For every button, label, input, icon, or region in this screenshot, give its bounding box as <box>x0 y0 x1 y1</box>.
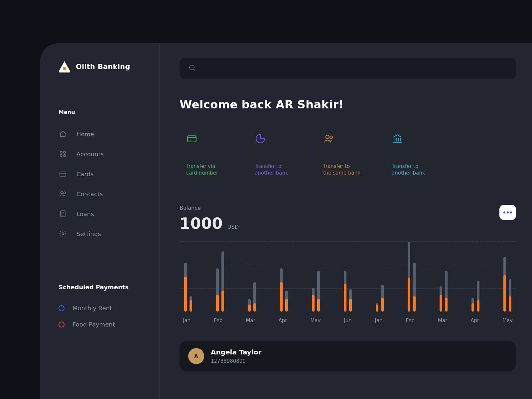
sidebar-item-label: Loans <box>76 210 94 217</box>
card-icon <box>59 170 67 178</box>
svg-rect-5 <box>60 172 66 176</box>
scheduled-item-rent[interactable]: Monthly Rent <box>59 300 145 316</box>
balance-label: Balance <box>180 205 239 211</box>
chart-column <box>312 271 320 312</box>
chart-column <box>280 268 288 312</box>
chart-x-tick: May <box>310 318 321 324</box>
svg-rect-11 <box>188 136 196 142</box>
home-icon <box>59 130 67 138</box>
tile-transfer-bank[interactable]: Transfer toanother bank <box>385 125 442 184</box>
chart-column <box>248 282 256 312</box>
brand-name: Olith Banking <box>76 63 130 71</box>
chart-column <box>440 271 448 312</box>
contact-number: 12788980890 <box>211 358 261 364</box>
chart-column <box>376 285 384 312</box>
chart-x-tick: Mar <box>438 318 447 324</box>
scheduled-item-label: Food Payment <box>72 321 115 328</box>
sidebar-item-home[interactable]: Home <box>59 124 145 144</box>
chart-column <box>344 271 352 312</box>
sidebar: Olith Banking Menu Home Accounts <box>40 43 160 399</box>
scheduled-item-label: Monthly Rent <box>72 305 112 312</box>
svg-point-7 <box>64 192 66 194</box>
sidebar-item-settings[interactable]: Settings <box>59 224 145 244</box>
chart-x-tick: Apr <box>470 318 479 324</box>
gear-icon <box>59 229 67 238</box>
sidebar-item-label: Home <box>76 131 94 138</box>
users-icon <box>59 190 67 198</box>
sidebar-item-contacts[interactable]: Contacts <box>59 184 145 204</box>
chart-x-tick: Apr <box>279 318 287 324</box>
svg-point-0 <box>63 67 66 70</box>
svg-point-13 <box>330 136 332 139</box>
sidebar-item-loans[interactable]: Loans <box>59 204 145 224</box>
svg-point-9 <box>62 233 64 235</box>
action-tiles: Transfer viacard number Transfer toanoth… <box>180 125 516 184</box>
chart-x-tick: Feb <box>214 318 223 324</box>
avatar: A <box>188 348 204 364</box>
brand-logo-icon <box>59 61 70 72</box>
svg-point-10 <box>190 65 194 70</box>
brand[interactable]: Olith Banking <box>59 61 145 72</box>
scheduled-item-food[interactable]: Food Payment <box>59 316 145 332</box>
sidebar-item-label: Accounts <box>76 151 104 158</box>
chart-column <box>503 257 511 312</box>
status-dot-icon <box>59 305 65 311</box>
chart-x-tick: Jun <box>344 318 351 324</box>
search-icon <box>188 64 196 73</box>
page-title: Welcome back AR Shakir! <box>180 98 516 111</box>
scheduled-heading: Scheduled Payments <box>59 284 145 291</box>
tile-transfer-card[interactable]: Transfer viacard number <box>180 125 237 184</box>
chart-column <box>216 251 224 312</box>
svg-point-6 <box>61 192 63 194</box>
tile-transfer-same-bank[interactable]: Transfer tothe same bank <box>317 125 374 184</box>
svg-point-1 <box>60 151 62 153</box>
svg-point-3 <box>60 155 62 157</box>
tile-label: Transfer tothe same bank <box>323 163 367 177</box>
app-shell: Olith Banking Menu Home Accounts <box>40 43 532 399</box>
balance-section: Balance 1000 USD JanFebMarAprMayJunJanFe… <box>180 205 516 324</box>
tile-label: Transfer viacard number <box>186 163 230 177</box>
tile-label: Transfer toanother bank <box>392 163 436 177</box>
svg-point-4 <box>64 155 66 157</box>
contact-name: Angela Taylor <box>211 348 261 356</box>
balance-currency: USD <box>227 224 239 230</box>
chart-x-tick: Jan <box>375 318 383 324</box>
balance-value: 1000 <box>180 214 223 232</box>
grid-icon <box>59 150 67 158</box>
contact-card[interactable]: A Angela Taylor 12788980890 <box>180 341 516 371</box>
users-icon <box>323 133 367 146</box>
more-button[interactable] <box>499 205 516 220</box>
chart-x-tick: May <box>502 318 513 324</box>
search-input[interactable] <box>201 65 507 72</box>
pie-icon <box>255 133 299 146</box>
status-dot-icon <box>59 322 65 328</box>
tile-transfer-other-bank[interactable]: Transfer toanother bank <box>248 125 305 184</box>
sidebar-item-label: Contacts <box>76 191 103 198</box>
tile-label: Transfer toanother bank <box>255 163 299 177</box>
menu-heading: Menu <box>59 109 145 115</box>
sidebar-nav: Home Accounts Cards <box>59 124 145 244</box>
svg-point-12 <box>326 135 329 138</box>
card-icon <box>186 133 230 146</box>
chart-column <box>184 263 192 312</box>
chart-column <box>471 281 479 312</box>
chart-column <box>408 242 416 312</box>
chart-x-tick: Feb <box>406 318 415 324</box>
search-bar[interactable] <box>180 58 516 79</box>
sidebar-item-label: Cards <box>76 171 94 178</box>
chart-x-tick: Jan <box>183 318 191 324</box>
sidebar-item-label: Settings <box>76 230 101 237</box>
calculator-icon <box>59 209 67 218</box>
chart-x-tick: Mar <box>246 318 255 324</box>
sidebar-item-cards[interactable]: Cards <box>59 164 145 184</box>
balance-chart <box>180 242 516 312</box>
main: Welcome back AR Shakir! Transfer viacard… <box>160 43 532 399</box>
bank-icon <box>392 133 436 146</box>
chart-x-axis: JanFebMarAprMayJunJanFebMarAprMay <box>180 312 516 324</box>
svg-point-2 <box>64 151 66 153</box>
sidebar-item-accounts[interactable]: Accounts <box>59 144 145 164</box>
